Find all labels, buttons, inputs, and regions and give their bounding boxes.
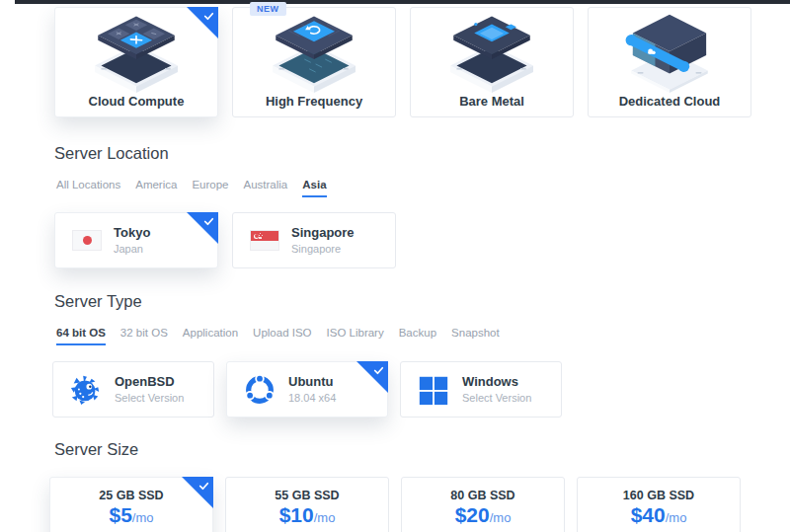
size-card-160gb[interactable]: 160 GB SSD $40/mo $0.060/h — [577, 477, 741, 532]
tab-snapshot[interactable]: Snapshot — [451, 327, 500, 345]
os-version: Select Version — [462, 392, 531, 405]
tab-upload-iso[interactable]: Upload ISO — [253, 327, 311, 345]
product-card-label: High Frequency — [266, 94, 362, 109]
server-location-heading: Server Location — [54, 144, 169, 163]
selected-check-icon — [356, 361, 388, 393]
price-suffix: /mo — [314, 510, 336, 525]
product-card-bare-metal[interactable]: Bare Metal — [410, 7, 574, 117]
storage-label: 160 GB SSD — [578, 490, 740, 502]
os-name: Ubuntu — [288, 375, 336, 390]
os-name: OpenBSD — [115, 375, 184, 390]
price-monthly: $20 — [455, 503, 490, 526]
location-card-singapore[interactable]: Singapore Singapore — [232, 212, 396, 268]
price-monthly: $5 — [109, 503, 131, 526]
bare-metal-illustration — [429, 10, 555, 93]
product-card-dedicated-cloud[interactable]: Dedicated Cloud — [588, 7, 751, 117]
price-line: $5/mo — [50, 504, 212, 529]
price-suffix: /mo — [132, 510, 154, 525]
storage-label: 25 GB SSD — [50, 490, 212, 502]
location-card-tokyo[interactable]: Tokyo Japan — [54, 212, 218, 268]
os-version: 18.04 x64 — [288, 392, 336, 405]
product-row: Cloud Compute NEW High Frequency — [54, 7, 751, 117]
high-frequency-illustration — [251, 10, 377, 93]
tab-all-locations[interactable]: All Locations — [56, 179, 120, 197]
new-badge: NEW — [250, 2, 286, 16]
price-line: $20/mo — [402, 504, 564, 529]
dedicated-cloud-illustration — [606, 10, 733, 93]
singapore-flag-icon — [250, 230, 279, 251]
location-row: Tokyo Japan Singapore Singapore — [54, 212, 396, 268]
price-suffix: /mo — [666, 510, 687, 525]
price-monthly: $40 — [631, 503, 666, 526]
japan-flag-icon — [72, 230, 102, 251]
price-suffix: /mo — [490, 510, 512, 525]
vultr-deploy-page: Cloud Compute NEW High Frequency — [0, 0, 790, 532]
tab-backup[interactable]: Backup — [399, 327, 436, 345]
windows-icon — [417, 373, 450, 407]
product-card-high-frequency[interactable]: NEW High Frequency — [232, 7, 396, 117]
price-monthly: $10 — [279, 503, 314, 526]
location-country: Singapore — [291, 243, 355, 256]
os-card-openbsd[interactable]: OpenBSD Select Version — [52, 361, 214, 418]
size-card-25gb[interactable]: 25 GB SSD $5/mo $0.007/h — [49, 477, 213, 532]
product-card-cloud-compute[interactable]: Cloud Compute — [54, 7, 218, 117]
product-card-label: Cloud Compute — [89, 94, 185, 109]
price-line: $10/mo — [226, 504, 388, 529]
size-card-80gb[interactable]: 80 GB SSD $20/mo $0.030/h — [401, 477, 565, 532]
tab-64-bit-os[interactable]: 64 bit OS — [56, 327, 106, 345]
tab-america[interactable]: America — [135, 179, 177, 197]
tab-australia[interactable]: Australia — [244, 179, 288, 197]
size-card-55gb[interactable]: 55 GB SSD $10/mo $0.015/h — [225, 477, 389, 532]
product-card-label: Dedicated Cloud — [619, 94, 721, 109]
tab-asia[interactable]: Asia — [302, 179, 326, 197]
os-row: OpenBSD Select Version Ubuntu 18.04 x64 — [52, 361, 562, 418]
selected-check-icon — [187, 212, 218, 244]
server-type-tabs: 64 bit OS 32 bit OS Application Upload I… — [56, 327, 500, 345]
storage-label: 80 GB SSD — [402, 490, 564, 502]
location-city: Singapore — [291, 226, 355, 241]
location-city: Tokyo — [114, 226, 150, 241]
os-card-ubuntu[interactable]: Ubuntu 18.04 x64 — [226, 361, 388, 418]
server-type-heading: Server Type — [54, 292, 142, 311]
server-size-heading: Server Size — [54, 440, 138, 459]
top-edge-strip — [15, 0, 790, 4]
cloud-compute-illustration — [73, 10, 199, 93]
storage-label: 55 GB SSD — [226, 490, 388, 502]
location-tabs: All Locations America Europe Australia A… — [56, 179, 327, 197]
ubuntu-icon — [243, 373, 276, 407]
os-name: Windows — [462, 375, 531, 390]
os-card-windows[interactable]: Windows Select Version — [400, 361, 562, 418]
product-card-label: Bare Metal — [459, 94, 524, 109]
tab-application[interactable]: Application — [183, 327, 238, 345]
size-row: 25 GB SSD $5/mo $0.007/h 55 GB SSD $10/m… — [49, 477, 741, 532]
os-version: Select Version — [115, 392, 184, 405]
openbsd-icon — [69, 373, 103, 407]
tab-europe[interactable]: Europe — [192, 179, 228, 197]
tab-iso-library[interactable]: ISO Library — [327, 327, 384, 345]
location-country: Japan — [114, 243, 150, 256]
tab-32-bit-os[interactable]: 32 bit OS — [120, 327, 168, 345]
price-line: $40/mo — [578, 504, 740, 529]
